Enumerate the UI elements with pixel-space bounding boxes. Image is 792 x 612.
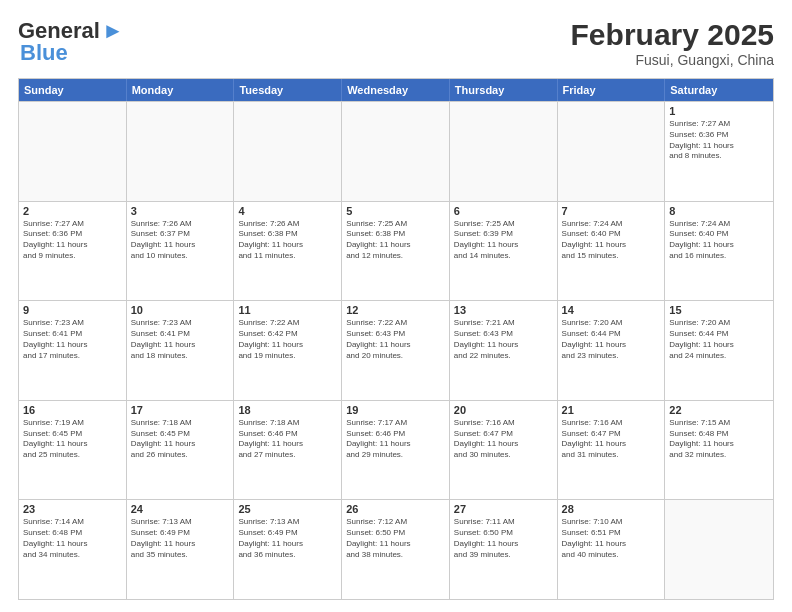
- day-number: 28: [562, 503, 661, 515]
- calendar-row-1: 1Sunrise: 7:27 AM Sunset: 6:36 PM Daylig…: [19, 101, 773, 201]
- calendar-cell: 14Sunrise: 7:20 AM Sunset: 6:44 PM Dayli…: [558, 301, 666, 400]
- day-info: Sunrise: 7:24 AM Sunset: 6:40 PM Dayligh…: [562, 219, 661, 262]
- day-info: Sunrise: 7:13 AM Sunset: 6:49 PM Dayligh…: [131, 517, 230, 560]
- calendar-cell: 23Sunrise: 7:14 AM Sunset: 6:48 PM Dayli…: [19, 500, 127, 599]
- calendar-cell: 8Sunrise: 7:24 AM Sunset: 6:40 PM Daylig…: [665, 202, 773, 301]
- logo-blue: Blue: [20, 40, 68, 66]
- day-info: Sunrise: 7:18 AM Sunset: 6:45 PM Dayligh…: [131, 418, 230, 461]
- calendar-cell: 15Sunrise: 7:20 AM Sunset: 6:44 PM Dayli…: [665, 301, 773, 400]
- calendar-cell: 6Sunrise: 7:25 AM Sunset: 6:39 PM Daylig…: [450, 202, 558, 301]
- day-info: Sunrise: 7:22 AM Sunset: 6:43 PM Dayligh…: [346, 318, 445, 361]
- calendar-header-row: SundayMondayTuesdayWednesdayThursdayFrid…: [19, 79, 773, 101]
- day-number: 22: [669, 404, 769, 416]
- day-info: Sunrise: 7:17 AM Sunset: 6:46 PM Dayligh…: [346, 418, 445, 461]
- day-number: 4: [238, 205, 337, 217]
- calendar-cell: 5Sunrise: 7:25 AM Sunset: 6:38 PM Daylig…: [342, 202, 450, 301]
- day-info: Sunrise: 7:16 AM Sunset: 6:47 PM Dayligh…: [454, 418, 553, 461]
- calendar-cell: 2Sunrise: 7:27 AM Sunset: 6:36 PM Daylig…: [19, 202, 127, 301]
- calendar-cell: 7Sunrise: 7:24 AM Sunset: 6:40 PM Daylig…: [558, 202, 666, 301]
- day-number: 8: [669, 205, 769, 217]
- header-day-tuesday: Tuesday: [234, 79, 342, 101]
- calendar-cell: 9Sunrise: 7:23 AM Sunset: 6:41 PM Daylig…: [19, 301, 127, 400]
- day-number: 27: [454, 503, 553, 515]
- day-number: 26: [346, 503, 445, 515]
- calendar-cell: 18Sunrise: 7:18 AM Sunset: 6:46 PM Dayli…: [234, 401, 342, 500]
- calendar-row-2: 2Sunrise: 7:27 AM Sunset: 6:36 PM Daylig…: [19, 201, 773, 301]
- day-info: Sunrise: 7:13 AM Sunset: 6:49 PM Dayligh…: [238, 517, 337, 560]
- calendar-cell: 17Sunrise: 7:18 AM Sunset: 6:45 PM Dayli…: [127, 401, 235, 500]
- calendar-subtitle: Fusui, Guangxi, China: [571, 52, 774, 68]
- day-info: Sunrise: 7:20 AM Sunset: 6:44 PM Dayligh…: [562, 318, 661, 361]
- day-info: Sunrise: 7:25 AM Sunset: 6:39 PM Dayligh…: [454, 219, 553, 262]
- day-number: 17: [131, 404, 230, 416]
- calendar-cell: 28Sunrise: 7:10 AM Sunset: 6:51 PM Dayli…: [558, 500, 666, 599]
- day-number: 15: [669, 304, 769, 316]
- header-day-thursday: Thursday: [450, 79, 558, 101]
- header-day-monday: Monday: [127, 79, 235, 101]
- calendar-cell: 16Sunrise: 7:19 AM Sunset: 6:45 PM Dayli…: [19, 401, 127, 500]
- day-number: 23: [23, 503, 122, 515]
- calendar-cell: [127, 102, 235, 201]
- calendar: SundayMondayTuesdayWednesdayThursdayFrid…: [18, 78, 774, 600]
- day-number: 13: [454, 304, 553, 316]
- day-info: Sunrise: 7:27 AM Sunset: 6:36 PM Dayligh…: [669, 119, 769, 162]
- header-day-friday: Friday: [558, 79, 666, 101]
- day-number: 12: [346, 304, 445, 316]
- title-block: February 2025 Fusui, Guangxi, China: [571, 18, 774, 68]
- calendar-cell: 21Sunrise: 7:16 AM Sunset: 6:47 PM Dayli…: [558, 401, 666, 500]
- day-number: 2: [23, 205, 122, 217]
- calendar-cell: 12Sunrise: 7:22 AM Sunset: 6:43 PM Dayli…: [342, 301, 450, 400]
- day-number: 21: [562, 404, 661, 416]
- day-info: Sunrise: 7:14 AM Sunset: 6:48 PM Dayligh…: [23, 517, 122, 560]
- calendar-cell: 10Sunrise: 7:23 AM Sunset: 6:41 PM Dayli…: [127, 301, 235, 400]
- day-info: Sunrise: 7:23 AM Sunset: 6:41 PM Dayligh…: [23, 318, 122, 361]
- calendar-cell: 3Sunrise: 7:26 AM Sunset: 6:37 PM Daylig…: [127, 202, 235, 301]
- day-info: Sunrise: 7:25 AM Sunset: 6:38 PM Dayligh…: [346, 219, 445, 262]
- calendar-row-5: 23Sunrise: 7:14 AM Sunset: 6:48 PM Dayli…: [19, 499, 773, 599]
- day-info: Sunrise: 7:27 AM Sunset: 6:36 PM Dayligh…: [23, 219, 122, 262]
- calendar-cell: [342, 102, 450, 201]
- day-info: Sunrise: 7:18 AM Sunset: 6:46 PM Dayligh…: [238, 418, 337, 461]
- day-info: Sunrise: 7:11 AM Sunset: 6:50 PM Dayligh…: [454, 517, 553, 560]
- header-day-saturday: Saturday: [665, 79, 773, 101]
- day-info: Sunrise: 7:22 AM Sunset: 6:42 PM Dayligh…: [238, 318, 337, 361]
- page: General► Blue February 2025 Fusui, Guang…: [0, 0, 792, 612]
- day-number: 18: [238, 404, 337, 416]
- calendar-cell: 13Sunrise: 7:21 AM Sunset: 6:43 PM Dayli…: [450, 301, 558, 400]
- day-info: Sunrise: 7:15 AM Sunset: 6:48 PM Dayligh…: [669, 418, 769, 461]
- day-info: Sunrise: 7:26 AM Sunset: 6:38 PM Dayligh…: [238, 219, 337, 262]
- calendar-body: 1Sunrise: 7:27 AM Sunset: 6:36 PM Daylig…: [19, 101, 773, 599]
- day-info: Sunrise: 7:20 AM Sunset: 6:44 PM Dayligh…: [669, 318, 769, 361]
- calendar-cell: 20Sunrise: 7:16 AM Sunset: 6:47 PM Dayli…: [450, 401, 558, 500]
- day-number: 6: [454, 205, 553, 217]
- day-number: 24: [131, 503, 230, 515]
- header-day-sunday: Sunday: [19, 79, 127, 101]
- day-number: 9: [23, 304, 122, 316]
- day-info: Sunrise: 7:10 AM Sunset: 6:51 PM Dayligh…: [562, 517, 661, 560]
- day-number: 25: [238, 503, 337, 515]
- calendar-cell: 4Sunrise: 7:26 AM Sunset: 6:38 PM Daylig…: [234, 202, 342, 301]
- day-number: 20: [454, 404, 553, 416]
- day-number: 14: [562, 304, 661, 316]
- calendar-cell: 19Sunrise: 7:17 AM Sunset: 6:46 PM Dayli…: [342, 401, 450, 500]
- header: General► Blue February 2025 Fusui, Guang…: [18, 18, 774, 68]
- calendar-cell: [19, 102, 127, 201]
- calendar-row-3: 9Sunrise: 7:23 AM Sunset: 6:41 PM Daylig…: [19, 300, 773, 400]
- day-number: 5: [346, 205, 445, 217]
- calendar-cell: [234, 102, 342, 201]
- calendar-cell: [450, 102, 558, 201]
- logo: General► Blue: [18, 18, 124, 66]
- day-info: Sunrise: 7:21 AM Sunset: 6:43 PM Dayligh…: [454, 318, 553, 361]
- day-number: 3: [131, 205, 230, 217]
- calendar-cell: 22Sunrise: 7:15 AM Sunset: 6:48 PM Dayli…: [665, 401, 773, 500]
- day-number: 11: [238, 304, 337, 316]
- header-day-wednesday: Wednesday: [342, 79, 450, 101]
- calendar-cell: 27Sunrise: 7:11 AM Sunset: 6:50 PM Dayli…: [450, 500, 558, 599]
- day-info: Sunrise: 7:23 AM Sunset: 6:41 PM Dayligh…: [131, 318, 230, 361]
- calendar-cell: [558, 102, 666, 201]
- calendar-row-4: 16Sunrise: 7:19 AM Sunset: 6:45 PM Dayli…: [19, 400, 773, 500]
- calendar-cell: 1Sunrise: 7:27 AM Sunset: 6:36 PM Daylig…: [665, 102, 773, 201]
- day-info: Sunrise: 7:24 AM Sunset: 6:40 PM Dayligh…: [669, 219, 769, 262]
- day-number: 7: [562, 205, 661, 217]
- day-number: 1: [669, 105, 769, 117]
